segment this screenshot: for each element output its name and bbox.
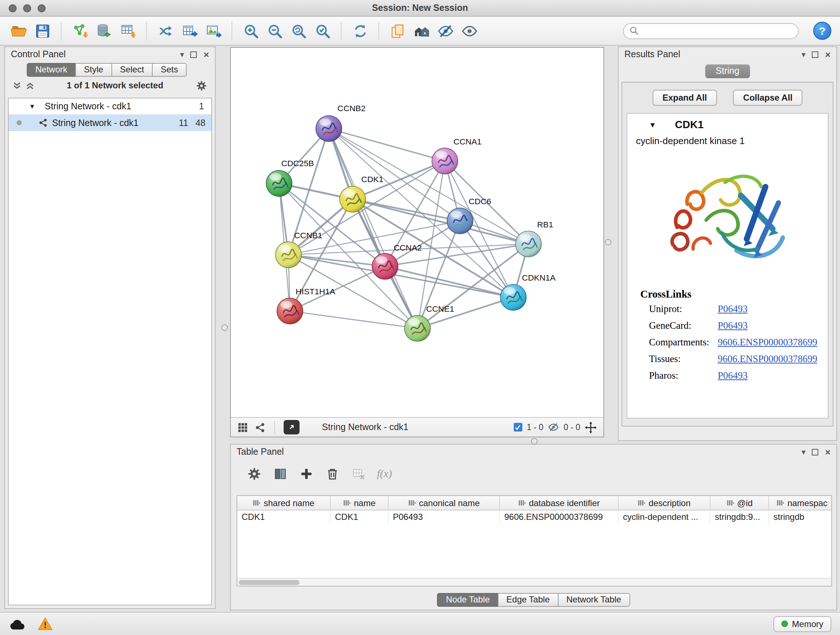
network-collection-row[interactable]: ▼ String Network - cdk1 1 — [9, 98, 211, 114]
tab-select[interactable]: Select — [111, 63, 153, 77]
node-CCNB1[interactable] — [276, 242, 302, 268]
cell-description[interactable]: cyclin-dependent ... — [619, 510, 711, 524]
splitter-handle-right[interactable] — [605, 239, 611, 245]
node-CCNA2[interactable] — [372, 253, 398, 279]
table-panel-close-icon[interactable]: × — [825, 447, 831, 456]
table-panel-float-icon[interactable] — [812, 448, 819, 455]
show-columns-icon[interactable] — [273, 466, 288, 481]
tab-edge-table[interactable]: Edge Table — [498, 593, 559, 607]
memory-button[interactable]: Memory — [773, 616, 831, 632]
scrollbar-thumb[interactable] — [239, 580, 300, 585]
traffic-light-close-button[interactable] — [9, 4, 17, 12]
tab-network[interactable]: Network — [27, 63, 76, 77]
export-image-button[interactable] — [203, 21, 223, 41]
cell-name[interactable]: CDK1 — [331, 510, 388, 524]
node-CDKN1A[interactable] — [500, 284, 526, 310]
zoom-fit-button[interactable] — [289, 21, 308, 41]
collapse-all-button[interactable]: Collapse All — [733, 90, 803, 106]
tree-caret-icon[interactable]: ▼ — [29, 103, 35, 110]
cell-shared-name[interactable]: CDK1 — [237, 510, 331, 524]
pan-crosshair-icon[interactable] — [584, 421, 597, 433]
edge-CCNB2-CCNE1[interactable] — [329, 128, 417, 328]
column-header-namespace[interactable]: namespac — [769, 496, 832, 510]
table-panel-collapse-icon[interactable]: ▾ — [802, 448, 806, 456]
edge-CCNE1-HIST1H1A[interactable] — [290, 311, 417, 328]
hide-selected-button[interactable] — [436, 21, 455, 41]
tab-style[interactable]: Style — [75, 63, 112, 77]
expand-all-button[interactable]: Expand All — [652, 90, 717, 106]
zoom-in-button[interactable] — [241, 21, 261, 41]
cell-database-identifier[interactable]: 9606.ENSP00000378699 — [500, 510, 619, 524]
splitter-handle-left[interactable] — [221, 325, 228, 331]
protein-card-header[interactable]: ▼ CDK1 — [627, 114, 828, 135]
results-panel-close-icon[interactable]: × — [825, 50, 831, 59]
birdseye-grid-icon[interactable] — [237, 422, 248, 432]
show-all-button[interactable] — [459, 21, 479, 41]
crosslink-link[interactable]: 9606.ENSP00000378699 — [718, 336, 817, 348]
import-network-from-file-button[interactable] — [70, 21, 90, 41]
first-neighbors-button[interactable] — [412, 21, 431, 41]
collapse-all-chevrons-icon[interactable] — [25, 81, 35, 90]
cell-namespace[interactable]: stringdb — [769, 510, 832, 524]
network-share-icon[interactable] — [255, 422, 265, 432]
traffic-light-zoom-button[interactable] — [38, 4, 46, 12]
crosslink-link[interactable]: P06493 — [718, 303, 748, 315]
selected-checkbox-icon[interactable] — [514, 423, 523, 432]
refresh-view-button[interactable] — [350, 21, 370, 41]
open-in-window-button[interactable] — [284, 420, 300, 434]
search-field[interactable] — [623, 23, 799, 39]
hidden-eye-slash-icon[interactable] — [548, 421, 559, 433]
export-table-button[interactable] — [180, 21, 199, 41]
traffic-light-minimize-button[interactable] — [23, 4, 31, 12]
crosslink-link[interactable]: P06493 — [718, 370, 748, 381]
delete-column-trash-icon[interactable] — [325, 466, 340, 481]
tab-sets[interactable]: Sets — [152, 63, 187, 77]
gear-icon[interactable] — [247, 466, 262, 481]
results-panel-collapse-icon[interactable]: ▾ — [802, 50, 806, 58]
save-session-button[interactable] — [33, 21, 52, 41]
add-column-icon[interactable] — [299, 466, 314, 481]
tab-string[interactable]: String — [705, 65, 750, 78]
node-CDC6[interactable] — [447, 208, 473, 234]
node-CCNA1[interactable] — [432, 148, 458, 174]
node-CDK1[interactable] — [340, 187, 366, 212]
collapse-caret-icon[interactable]: ▼ — [649, 120, 656, 128]
warning-icon[interactable] — [38, 617, 53, 631]
network-row-selected[interactable]: String Network - cdk1 11 48 — [9, 114, 211, 131]
zoom-selected-button[interactable] — [313, 21, 332, 41]
crosslink-link[interactable]: 9606.ENSP00000378699 — [718, 353, 817, 364]
node-HIST1H1A[interactable] — [277, 298, 303, 324]
results-panel-float-icon[interactable] — [812, 51, 819, 57]
copy-button[interactable] — [388, 21, 407, 41]
crosslink-link[interactable]: P06493 — [718, 320, 748, 331]
control-panel-float-icon[interactable] — [191, 51, 197, 57]
splitter-handle-bottom[interactable] — [531, 438, 538, 445]
cell-canonical-name[interactable]: P06493 — [388, 510, 500, 524]
network-canvas[interactable]: CCNB2CCNA1CDC25BCDK1CDC6RB1CCNB1CCNA2CDK… — [231, 48, 603, 417]
table-row[interactable]: CDK1 CDK1 P06493 9606.ENSP00000378699 cy… — [237, 510, 831, 524]
gear-icon[interactable] — [195, 79, 208, 92]
node-CDC25B[interactable] — [266, 171, 292, 196]
column-header-name[interactable]: name — [331, 496, 388, 510]
column-header-canonical-name[interactable]: canonical name — [388, 496, 500, 510]
zoom-out-button[interactable] — [265, 21, 284, 41]
node-CCNE1[interactable] — [404, 315, 431, 341]
column-header-id[interactable]: @id — [711, 496, 769, 510]
control-panel-collapse-icon[interactable]: ▾ — [180, 50, 184, 58]
node-CCNB2[interactable] — [316, 116, 342, 141]
open-session-button[interactable] — [9, 21, 28, 41]
cell-id[interactable]: stringdb:9... — [711, 510, 769, 524]
column-header-database-identifier[interactable]: database identifier — [500, 496, 619, 510]
column-header-description[interactable]: description — [619, 496, 711, 510]
tab-network-table[interactable]: Network Table — [558, 593, 630, 607]
tab-node-table[interactable]: Node Table — [437, 593, 499, 607]
import-table-from-file-button[interactable] — [118, 21, 137, 41]
search-input[interactable] — [643, 26, 792, 36]
table-horizontal-scrollbar[interactable] — [237, 578, 831, 586]
node-RB1[interactable] — [515, 231, 542, 257]
control-panel-close-icon[interactable]: × — [204, 50, 209, 59]
column-header-shared-name[interactable]: shared name — [237, 496, 331, 510]
cloud-icon[interactable] — [9, 617, 26, 630]
help-button[interactable]: ? — [813, 22, 831, 40]
import-network-from-database-button[interactable] — [94, 21, 114, 41]
